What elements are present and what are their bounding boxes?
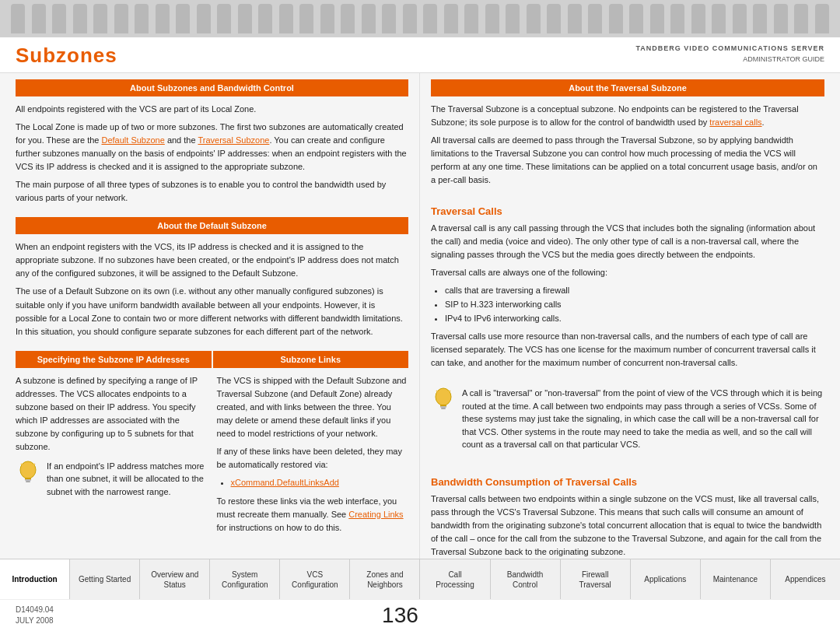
svg-rect-2	[25, 479, 31, 481]
binding-tab	[52, 4, 66, 33]
traversal-calls-extra: Traversal calls use more resource than n…	[431, 330, 824, 370]
list-item: IPv4 to IPv6 interworking calls.	[445, 312, 824, 326]
binding-tab	[712, 4, 726, 33]
svg-rect-3	[26, 481, 30, 482]
binding-tab	[11, 4, 25, 33]
traversal-calls-list: calls that are traversing a firewall SIP…	[445, 284, 824, 325]
binding-tab	[753, 4, 767, 33]
page-number: 136	[382, 603, 418, 628]
traversal-calls-title: Traversal Calls	[431, 205, 824, 217]
binding-tab	[506, 4, 520, 33]
subzone-links-header: Subzone Links	[213, 351, 409, 368]
tab-appendices[interactable]: Appendices	[771, 559, 840, 599]
binding-tab	[135, 4, 149, 33]
page-title: Subzones	[16, 44, 117, 68]
binding-tab	[382, 4, 396, 33]
traversal-text-1: The Traversal Subzone is a conceptual su…	[431, 103, 824, 129]
ip-addresses-col: A subzone is defined by specifying a ran…	[16, 374, 208, 539]
binding-tab	[794, 4, 808, 33]
default-para-2: The use of a Default Subzone on its own …	[16, 285, 408, 338]
binding-tab	[629, 4, 643, 33]
binding-tab	[238, 4, 252, 33]
svg-rect-10	[441, 408, 446, 409]
tab-maintenance[interactable]: Maintenance	[701, 559, 771, 599]
binding-tab	[423, 4, 437, 33]
binding-tab	[197, 4, 211, 33]
doc-number: D14049.04	[16, 605, 54, 615]
default-subzone-link[interactable]: Default Subzone	[101, 135, 164, 145]
traversal-calls-link[interactable]: traversal calls	[709, 117, 761, 127]
binding-tab	[588, 4, 602, 33]
left-column: About Subzones and Bandwidth Control All…	[0, 73, 420, 559]
traversal-tip-box: A call is "traversal" or "non-traversal"…	[431, 387, 824, 456]
binding-strip	[0, 0, 840, 37]
subzone-links-col: The VCS is shipped with the Default Subz…	[217, 374, 409, 539]
subzones-para-2: The Local Zone is made up of two or more…	[16, 121, 408, 174]
tab-call-processing[interactable]: CallProcessing	[420, 559, 490, 599]
bottom-navigation: Introduction Getting Started Overview an…	[0, 559, 840, 599]
svg-point-7	[436, 388, 451, 405]
about-subzones-header: About Subzones and Bandwidth Control	[16, 79, 408, 96]
binding-tab	[527, 4, 541, 33]
traversal-subzone-link[interactable]: Traversal Subzone	[198, 135, 269, 145]
ip-tip-box: If an endpoint's IP address matches more…	[16, 460, 208, 503]
bandwidth-title: Bandwidth Consumption of Traversal Calls	[431, 476, 824, 488]
tab-bandwidth-control[interactable]: BandwidthControl	[491, 559, 561, 599]
binding-tab	[32, 4, 46, 33]
creating-links-link[interactable]: Creating Links	[348, 510, 403, 519]
binding-tab	[73, 4, 87, 33]
tab-introduction[interactable]: Introduction	[0, 559, 70, 599]
specifying-ip-header: Specifying the Subzone IP Addresses	[16, 351, 212, 368]
traversal-calls-intro: A traversal call is any call passing thr…	[431, 222, 824, 261]
list-item: SIP to H.323 interworking calls	[445, 298, 824, 312]
binding-tab	[609, 4, 623, 33]
brand-name: TANDBERG VIDEO COMMUNICATIONS SERVER	[635, 44, 824, 54]
lightbulb-icon	[16, 460, 40, 488]
binding-tab	[341, 4, 355, 33]
binding-tab	[403, 4, 417, 33]
default-para-1: When an endpoint registers with the VCS,…	[16, 240, 408, 280]
page-footer: D14049.04 JULY 2008 136	[0, 599, 840, 631]
tab-overview-status[interactable]: Overview andStatus	[140, 559, 210, 599]
tab-applications[interactable]: Applications	[631, 559, 701, 599]
binding-tab	[568, 4, 582, 33]
binding-tab	[299, 4, 313, 33]
lightbulb-icon-2	[431, 387, 456, 415]
links-para-1: The VCS is shipped with the Default Subz…	[217, 374, 409, 440]
page-header: Subzones TANDBERG VIDEO COMMUNICATIONS S…	[0, 37, 840, 73]
binding-tab	[464, 4, 478, 33]
links-para-2: If any of these links have been deleted,…	[217, 445, 409, 471]
links-para-3: To restore these links via the web inter…	[217, 495, 409, 535]
svg-point-0	[20, 461, 36, 479]
links-list: xCommand.DefaultLinksAdd	[231, 476, 409, 490]
binding-tab	[485, 4, 499, 33]
svg-rect-9	[440, 406, 446, 408]
binding-tab	[362, 4, 376, 33]
binding-tab	[444, 4, 458, 33]
binding-tab	[733, 4, 747, 33]
bandwidth-text-1: Traversal calls between two endpoints wi…	[431, 493, 824, 559]
header-brand: TANDBERG VIDEO COMMUNICATIONS SERVER ADM…	[635, 44, 824, 65]
doc-date: JULY 2008	[16, 615, 54, 626]
traversal-tip-text: A call is "traversal" or "non-traversal"…	[462, 387, 824, 451]
binding-tab	[774, 4, 788, 33]
binding-tab	[547, 4, 561, 33]
tab-system-configuration[interactable]: SystemConfiguration	[210, 559, 280, 599]
traversal-calls-always: Traversal calls are always one of the fo…	[431, 266, 824, 279]
list-item: calls that are traversing a firewall	[445, 284, 824, 298]
tab-firewall-traversal[interactable]: FirewallTraversal	[561, 559, 631, 599]
default-links-add-link[interactable]: xCommand.DefaultLinksAdd	[231, 478, 339, 487]
tab-getting-started[interactable]: Getting Started	[70, 559, 140, 599]
binding-tab	[93, 4, 107, 33]
traversal-text-2: All traversal calls are deemed to pass t…	[431, 134, 824, 187]
binding-tab	[217, 4, 231, 33]
binding-tab	[670, 4, 684, 33]
subzones-para-3: The main purpose of all three types of s…	[16, 178, 408, 205]
binding-tab	[176, 4, 190, 33]
tab-zones-neighbors[interactable]: Zones andNeighbors	[350, 559, 420, 599]
binding-tab	[320, 4, 334, 33]
subzones-para-1: All endpoints registered with the VCS ar…	[16, 103, 408, 116]
binding-tab	[815, 4, 829, 33]
content-area: About Subzones and Bandwidth Control All…	[0, 73, 840, 559]
tab-vcs-configuration[interactable]: VCSConfiguration	[280, 559, 350, 599]
